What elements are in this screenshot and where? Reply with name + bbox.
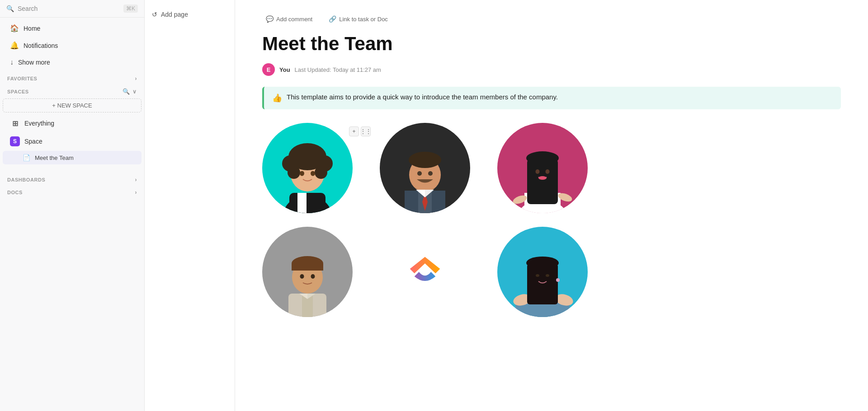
team-circle-4[interactable] <box>262 227 353 317</box>
link-button[interactable]: 🔗 Link to task or Doc <box>325 14 392 24</box>
search-icon: 🔍 <box>6 5 14 12</box>
link-label: Link to task or Doc <box>339 16 388 23</box>
add-comment-button[interactable]: 💬 Add comment <box>262 14 316 24</box>
new-space-button[interactable]: + NEW SPACE <box>3 98 142 112</box>
team-circle-2[interactable] <box>380 123 470 213</box>
cell-controls-1: + ⋮⋮ <box>349 126 371 136</box>
docs-chevron-icon: › <box>135 189 137 196</box>
sidebar: 🔍 Search ⌘K 🏠 Home 🔔 Notifications ↓ Sho… <box>0 0 145 411</box>
nav-notifications[interactable]: 🔔 Notifications <box>3 37 142 54</box>
dashboards-chevron-icon: › <box>135 177 137 183</box>
person-2-svg <box>380 123 470 213</box>
spaces-section-header[interactable]: SPACES 🔍 ∨ <box>0 84 144 97</box>
doc-meta: E You Last Updated: Today at 11:27 am <box>262 63 841 76</box>
team-member-5 <box>380 227 470 317</box>
sidebar-item-space-label: Space <box>24 138 42 145</box>
svg-point-36 <box>311 274 315 279</box>
bell-icon: 🔔 <box>10 41 19 50</box>
search-input-area[interactable]: 🔍 Search <box>6 5 38 12</box>
space-badge: S <box>10 136 20 146</box>
favorites-section-header[interactable]: FAVORITES › <box>0 71 144 84</box>
main-content: 💬 Add comment 🔗 Link to task or Doc Meet… <box>235 0 868 411</box>
sidebar-item-everything[interactable]: ⊞ Everything <box>3 115 142 132</box>
avatar: E <box>262 63 275 76</box>
doc-icon: 📄 <box>23 154 30 161</box>
sidebar-item-meet-the-team-label: Meet the Team <box>35 154 74 161</box>
team-circle-3[interactable] <box>497 123 588 213</box>
sidebar-item-everything-label: Everything <box>24 120 54 127</box>
team-member-1: + ⋮⋮ <box>262 123 353 213</box>
svg-point-48 <box>556 278 560 282</box>
search-bar[interactable]: 🔍 Search ⌘K <box>0 0 144 18</box>
sidebar-item-meet-the-team[interactable]: 📄 Meet the Team <box>3 151 142 164</box>
new-space-label: + NEW SPACE <box>52 102 92 109</box>
team-grid: + ⋮⋮ <box>262 123 841 317</box>
svg-point-10 <box>311 171 315 176</box>
svg-point-45 <box>526 257 559 269</box>
svg-point-35 <box>300 274 304 279</box>
team-member-3 <box>497 123 588 213</box>
add-page-icon: ↺ <box>152 11 157 18</box>
team-member-4 <box>262 227 353 317</box>
team-circle-logo[interactable] <box>380 227 470 317</box>
svg-rect-44 <box>527 264 558 304</box>
team-circle-6[interactable] <box>497 227 588 317</box>
person-1-svg <box>262 123 353 213</box>
docs-label: DOCS <box>7 190 23 195</box>
svg-marker-39 <box>410 257 440 274</box>
person-4-svg <box>262 227 353 317</box>
drag-control-button[interactable]: ⋮⋮ <box>361 126 371 136</box>
add-control-button[interactable]: + <box>349 126 359 136</box>
author-name: You <box>279 66 290 73</box>
team-member-6 <box>497 227 588 317</box>
spaces-controls: 🔍 ∨ <box>123 88 137 95</box>
sidebar-item-space[interactable]: S Space <box>3 133 142 150</box>
add-page-label: Add page <box>161 11 188 18</box>
svg-point-6 <box>288 166 300 179</box>
svg-point-29 <box>538 176 547 180</box>
doc-toolbar: 💬 Add comment 🔗 Link to task or Doc <box>262 14 841 24</box>
nav-notifications-label: Notifications <box>24 42 58 49</box>
favorites-chevron-icon: › <box>135 75 137 82</box>
team-member-2 <box>380 123 470 213</box>
search-placeholder: Search <box>18 5 38 12</box>
comment-icon: 💬 <box>266 15 274 23</box>
nav-show-more[interactable]: ↓ Show more <box>3 54 142 70</box>
svg-point-9 <box>300 171 304 176</box>
svg-point-16 <box>417 171 422 176</box>
nav-home[interactable]: 🏠 Home <box>3 20 142 37</box>
docs-section-header[interactable]: DOCS › <box>0 185 144 197</box>
home-icon: 🏠 <box>10 24 19 33</box>
svg-rect-25 <box>527 159 558 204</box>
svg-rect-2 <box>297 193 307 213</box>
link-icon: 🔗 <box>329 15 336 23</box>
svg-point-17 <box>428 171 433 176</box>
dashboards-label: DASHBOARDS <box>7 177 45 182</box>
spaces-chevron-icon[interactable]: ∨ <box>132 89 137 95</box>
nav-home-label: Home <box>24 25 40 32</box>
everything-icon: ⊞ <box>10 118 20 128</box>
callout-text: This template aims to provide a quick wa… <box>287 93 558 101</box>
svg-point-47 <box>546 274 549 277</box>
spaces-search-icon[interactable]: 🔍 <box>123 88 130 95</box>
svg-point-15 <box>409 152 441 168</box>
svg-point-8 <box>315 166 327 179</box>
add-comment-label: Add comment <box>276 16 312 23</box>
favorites-label: FAVORITES <box>7 76 37 81</box>
svg-point-27 <box>536 169 540 174</box>
clickup-logo <box>380 227 470 317</box>
add-page-button[interactable]: ↺ Add page <box>145 7 235 22</box>
callout-emoji: 👍 <box>272 93 282 103</box>
team-circle-1[interactable] <box>262 123 353 213</box>
svg-point-26 <box>526 151 559 165</box>
person-6-svg <box>497 227 588 317</box>
svg-point-46 <box>536 274 539 277</box>
nav-section: 🏠 Home 🔔 Notifications ↓ Show more <box>0 19 144 71</box>
search-shortcut: ⌘K <box>123 5 138 13</box>
dashboards-section-header[interactable]: DASHBOARDS › <box>0 172 144 185</box>
arrow-down-icon: ↓ <box>10 58 14 66</box>
last-updated: Last Updated: Today at 11:27 am <box>295 66 381 73</box>
person-3-svg <box>497 123 588 213</box>
doc-title: Meet the Team <box>262 33 841 55</box>
svg-rect-34 <box>292 264 323 271</box>
